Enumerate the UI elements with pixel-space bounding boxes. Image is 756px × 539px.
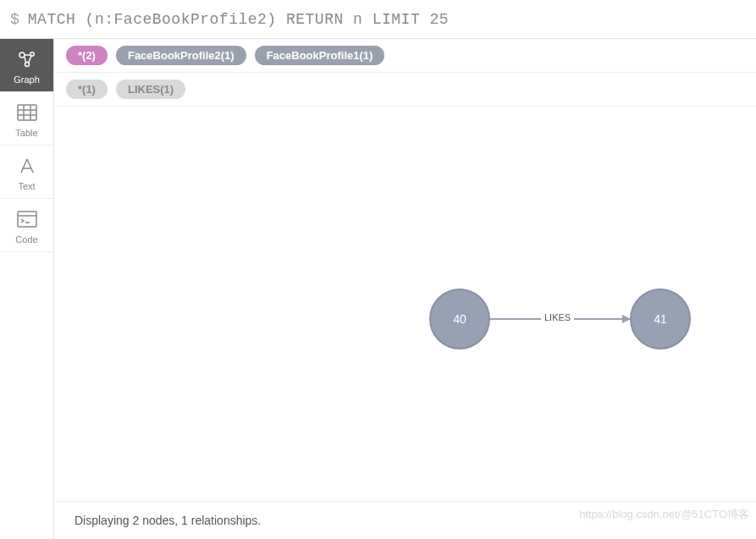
query-bar: $ MATCH (n:FaceBookProfile2) RETURN n LI… (0, 0, 756, 39)
node-id: 40 (453, 312, 466, 326)
sidebar-label: Text (18, 181, 35, 191)
graph-canvas[interactable]: LIKES 40 41 (54, 107, 756, 501)
rel-filter-likes[interactable]: LIKES(1) (116, 80, 185, 99)
node-filter-facebookprofile1[interactable]: FaceBookProfile1(1) (255, 46, 385, 65)
node-legend-row: *(2) FaceBookProfile2(1) FaceBookProfile… (54, 39, 756, 73)
sidebar-label: Code (15, 234, 37, 245)
svg-rect-6 (18, 105, 36, 120)
status-bar: Displaying 2 nodes, 1 relationships. (54, 501, 756, 539)
svg-point-1 (30, 52, 33, 56)
main-area: Graph Table Text (0, 39, 756, 539)
rel-filter-all[interactable]: *(1) (66, 80, 108, 99)
edge-label: LIKES (541, 312, 574, 322)
graph-icon (15, 47, 39, 71)
svg-rect-11 (18, 212, 36, 227)
graph-node[interactable]: 41 (630, 289, 691, 349)
sidebar-item-code[interactable]: Code (0, 199, 53, 252)
prompt-symbol: $ (10, 11, 19, 28)
sidebar-item-graph[interactable]: Graph (0, 39, 53, 92)
sidebar-item-table[interactable]: Table (0, 92, 53, 146)
sidebar: Graph Table Text (0, 39, 54, 539)
node-id: 41 (654, 312, 667, 326)
sidebar-label: Table (15, 128, 37, 138)
table-icon (15, 101, 39, 124)
relationship-legend-row: *(1) LIKES(1) (54, 73, 756, 107)
node-filter-all[interactable]: *(2) (66, 46, 108, 65)
node-filter-facebookprofile2[interactable]: FaceBookProfile2(1) (116, 46, 246, 65)
query-text[interactable]: MATCH (n:FaceBookProfile2) RETURN n LIMI… (28, 11, 449, 28)
svg-line-5 (28, 56, 31, 63)
graph-node[interactable]: 40 (429, 289, 490, 349)
text-icon (15, 154, 39, 178)
sidebar-label: Graph (14, 74, 40, 85)
code-icon (15, 207, 39, 231)
content-area: *(2) FaceBookProfile2(1) FaceBookProfile… (54, 39, 756, 539)
svg-line-3 (24, 57, 26, 63)
sidebar-item-text[interactable]: Text (0, 146, 53, 199)
